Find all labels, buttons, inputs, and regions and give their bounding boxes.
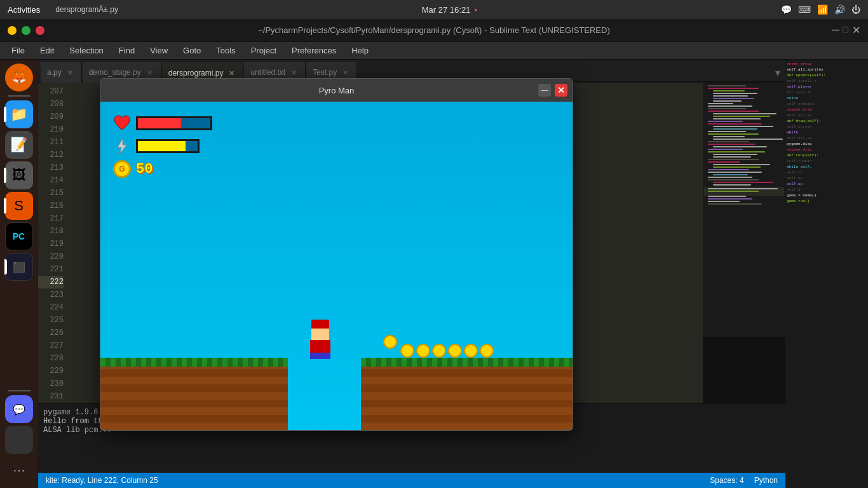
tab-a-py[interactable]: a.py ✕ bbox=[41, 62, 82, 83]
svg-rect-9 bbox=[708, 105, 752, 107]
svg-rect-47 bbox=[708, 203, 762, 205]
apps-icon[interactable]: ⋯ bbox=[5, 456, 33, 484]
coin-row: G 50 bbox=[113, 160, 212, 178]
tab-close-demo[interactable]: ✕ bbox=[145, 68, 154, 78]
tab-label: Test.py bbox=[313, 68, 337, 77]
svg-rect-32 bbox=[713, 164, 770, 165]
health-bar-fill bbox=[138, 118, 181, 128]
tab-close-a-py[interactable]: ✕ bbox=[65, 68, 75, 78]
svg-rect-27 bbox=[708, 151, 765, 152]
pycharm-icon[interactable]: PC bbox=[5, 222, 33, 250]
sublime-icon[interactable]: S bbox=[5, 192, 33, 220]
char-legs bbox=[310, 353, 330, 359]
status-bar: kite: Ready, Line 222, Column 25 Spaces:… bbox=[38, 473, 785, 488]
win-max-icon[interactable]: □ bbox=[843, 24, 848, 36]
svg-rect-34 bbox=[708, 169, 749, 170]
menu-project[interactable]: Project bbox=[245, 44, 283, 57]
ground-gap bbox=[288, 367, 361, 430]
terminal-icon2[interactable]: 📝 bbox=[5, 131, 33, 159]
datetime-label: Mar 27 16:21 bbox=[422, 5, 471, 15]
game-title-bar[interactable]: Pyro Man ─ ✕ bbox=[100, 79, 573, 102]
coin-7 bbox=[480, 344, 494, 358]
coin-4 bbox=[432, 344, 446, 358]
keyboard-icon: ⌨ bbox=[798, 4, 811, 15]
svg-rect-16 bbox=[708, 123, 762, 125]
tab-close-dersprogrami[interactable]: ✕ bbox=[227, 69, 236, 78]
status-language[interactable]: Python bbox=[754, 476, 778, 485]
volume-icon: 🔊 bbox=[834, 4, 845, 15]
svg-rect-2 bbox=[708, 88, 759, 89]
health-bar bbox=[136, 116, 212, 130]
menu-file[interactable]: File bbox=[5, 44, 31, 57]
image-icon[interactable]: 🖼 bbox=[5, 161, 33, 189]
tab-close-test[interactable]: ✕ bbox=[341, 68, 350, 78]
menu-bar: File Edit Selection Find View Goto Tools… bbox=[0, 42, 868, 60]
svg-rect-20 bbox=[708, 133, 759, 135]
ground-left-top bbox=[100, 358, 288, 367]
title-bar: ~/PycharmProjects/Cysoft/PyroMan/derspro… bbox=[0, 19, 868, 42]
svg-rect-14 bbox=[713, 118, 761, 119]
svg-rect-6 bbox=[713, 98, 754, 99]
win-close-icon[interactable]: ✕ bbox=[852, 24, 860, 36]
energy-bar bbox=[136, 139, 200, 153]
svg-rect-42 bbox=[708, 188, 778, 189]
ground-right-top bbox=[361, 358, 573, 367]
tab-close-untitled[interactable]: ✕ bbox=[289, 68, 299, 78]
unknown-app-icon[interactable] bbox=[5, 426, 33, 454]
coin-5 bbox=[448, 344, 462, 358]
svg-rect-5 bbox=[713, 95, 748, 97]
svg-rect-44 bbox=[708, 196, 746, 197]
menu-edit[interactable]: Edit bbox=[34, 44, 60, 57]
menu-help[interactable]: Help bbox=[345, 44, 375, 57]
win-min-icon[interactable]: ─ bbox=[832, 24, 839, 36]
discord-sidebar-icon[interactable]: 💬 bbox=[5, 395, 33, 423]
wifi-icon: 📶 bbox=[817, 4, 828, 15]
firefox-icon[interactable]: 🦊 bbox=[5, 64, 33, 92]
svg-rect-23 bbox=[708, 141, 749, 142]
svg-rect-3 bbox=[713, 90, 745, 92]
svg-rect-38 bbox=[708, 179, 759, 180]
svg-rect-37 bbox=[708, 177, 752, 178]
activities-label[interactable]: Activities bbox=[8, 5, 40, 15]
line-numbers: 207208209210 211212213214 215216217218 2… bbox=[38, 83, 69, 403]
menu-tools[interactable]: Tools bbox=[210, 44, 241, 57]
system-bar: Activities dersprogramÄ±.py Mar 27 16:21… bbox=[0, 0, 868, 19]
heart-icon bbox=[113, 114, 131, 132]
energy-row bbox=[113, 137, 212, 155]
svg-rect-43 bbox=[708, 191, 759, 192]
svg-rect-25 bbox=[713, 146, 767, 147]
menu-find[interactable]: Find bbox=[112, 44, 141, 57]
svg-rect-33 bbox=[713, 166, 761, 168]
tab-label: untitled.txt bbox=[250, 68, 285, 77]
svg-rect-26 bbox=[708, 149, 743, 150]
files-icon[interactable]: 📁 bbox=[5, 100, 33, 128]
maximize-button[interactable] bbox=[22, 26, 31, 35]
svg-rect-36 bbox=[713, 174, 748, 175]
svg-rect-4 bbox=[713, 93, 757, 94]
menu-preferences[interactable]: Preferences bbox=[285, 44, 342, 57]
terminal-icon[interactable]: ⬛ bbox=[5, 253, 33, 281]
close-button[interactable] bbox=[36, 26, 44, 35]
svg-rect-7 bbox=[713, 100, 742, 102]
svg-rect-40 bbox=[713, 184, 751, 186]
menu-selection[interactable]: Selection bbox=[63, 44, 109, 57]
coin-3 bbox=[416, 344, 430, 358]
svg-rect-24 bbox=[708, 144, 756, 145]
minimap[interactable] bbox=[703, 83, 785, 403]
status-spaces[interactable]: Spaces: 4 bbox=[710, 476, 743, 485]
power-icon[interactable]: ⏻ bbox=[851, 4, 860, 15]
svg-rect-19 bbox=[708, 131, 746, 132]
game-minimize-button[interactable]: ─ bbox=[538, 84, 551, 97]
svg-rect-18 bbox=[713, 128, 757, 130]
svg-rect-28 bbox=[713, 154, 757, 155]
svg-rect-30 bbox=[708, 159, 759, 160]
tab-label: dersprogrami.py bbox=[168, 69, 224, 78]
minimize-button[interactable] bbox=[8, 26, 17, 35]
svg-rect-39 bbox=[713, 182, 773, 183]
menu-goto[interactable]: Goto bbox=[177, 44, 207, 57]
game-close-button[interactable]: ✕ bbox=[555, 84, 567, 97]
tab-label: a.py bbox=[47, 68, 62, 77]
status-left: kite: Ready, Line 222, Column 25 bbox=[46, 476, 158, 485]
tabs-scroll-button[interactable]: ▾ bbox=[770, 64, 785, 81]
menu-view[interactable]: View bbox=[144, 44, 174, 57]
